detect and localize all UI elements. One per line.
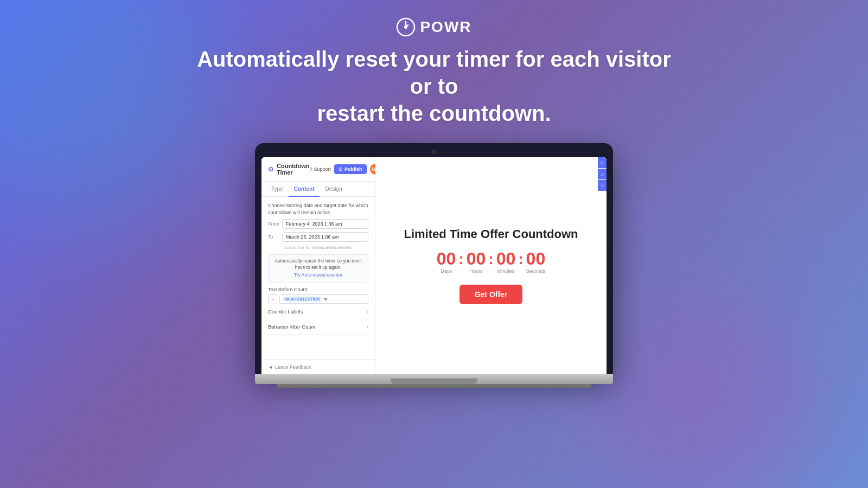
bg-blob-2 xyxy=(597,298,814,488)
support-button[interactable]: ? Support xyxy=(309,166,331,172)
feedback-icon: ◄ xyxy=(268,364,273,370)
logo: POWR xyxy=(396,17,471,37)
text-before-row: - NEW COLLECTION la xyxy=(268,294,368,304)
laptop-mockup: ⊙ Countdown Timer ? Support ⊙ Publish xyxy=(255,143,613,388)
timer-seconds: 00 Seconds xyxy=(526,250,546,274)
page-header: POWR Automatically reset your timer for … xyxy=(190,17,678,127)
laptop-bezel: ⊙ Countdown Timer ? Support ⊙ Publish xyxy=(255,143,613,374)
sidebar-btn-2[interactable]: □ xyxy=(598,169,607,179)
svg-point-1 xyxy=(404,25,407,29)
auto-repeat-link[interactable]: Try Auto-repeat counter xyxy=(273,272,363,279)
counter-labels-label: Counter Labels xyxy=(268,309,303,314)
app-screen: ⊙ Countdown Timer ? Support ⊙ Publish xyxy=(261,157,607,374)
laptop-foot xyxy=(277,384,591,388)
tab-type[interactable]: Type xyxy=(266,182,289,196)
days-label: Days xyxy=(441,268,452,274)
from-label: From xyxy=(268,221,280,227)
text-before-count-label: Text Before Count xyxy=(268,287,368,292)
colon-3: : xyxy=(516,252,525,267)
tab-content[interactable]: Content xyxy=(289,182,320,196)
days-value: 00 xyxy=(437,250,456,267)
chevron-right-icon-2: › xyxy=(367,324,368,330)
laptop: ⊙ Countdown Timer ? Support ⊙ Publish xyxy=(255,143,613,388)
date-section-label: Choose starting date and target date for… xyxy=(268,202,368,216)
to-date-input[interactable] xyxy=(282,232,368,242)
new-collection-tag: NEW COLLECTION xyxy=(283,297,322,301)
hours-value: 00 xyxy=(467,250,486,267)
counter-labels-row[interactable]: Counter Labels › xyxy=(268,304,368,319)
header-actions: ? Support ⊙ Publish GY xyxy=(309,164,380,175)
minutes-value: 00 xyxy=(496,250,516,267)
hours-label: Hours xyxy=(470,268,483,274)
app-header: ⊙ Countdown Timer ? Support ⊙ Publish xyxy=(261,157,375,182)
powr-icon xyxy=(396,17,416,37)
minutes-label: Minutes xyxy=(497,268,515,274)
main-headline: Automatically reset your timer for each … xyxy=(190,46,678,127)
publish-icon: ⊙ xyxy=(339,166,343,172)
from-date-input[interactable] xyxy=(282,219,368,229)
tab-design[interactable]: Design xyxy=(320,182,347,196)
from-date-row: From xyxy=(268,219,368,229)
behavior-after-count-label: Behavior After Count xyxy=(268,324,316,330)
to-date-row: To xyxy=(268,232,368,242)
behavior-after-count-row[interactable]: Behavior After Count › xyxy=(268,319,368,335)
sidebar-btn-3[interactable]: □ xyxy=(598,180,607,191)
right-panel: C □ □ Limited Time Offer Countdown 00 Da… xyxy=(375,157,607,374)
auto-repeat-desc: Automatically repeat the timer so you do… xyxy=(275,258,361,270)
bg-blob-1 xyxy=(0,0,217,217)
timer-hours: 00 Hours xyxy=(467,250,486,274)
right-sidebar: C □ □ xyxy=(598,157,607,191)
auto-repeat-section: Automatically repeat the timer so you do… xyxy=(268,254,368,282)
text-content-field[interactable]: NEW COLLECTION la xyxy=(279,294,368,304)
support-icon: ? xyxy=(309,166,312,172)
chevron-right-icon: › xyxy=(367,309,368,314)
text-dash: - xyxy=(268,294,277,304)
app-title: Countdown Timer xyxy=(277,163,309,176)
left-panel: ⊙ Countdown Timer ? Support ⊙ Publish xyxy=(261,157,375,374)
seconds-value: 00 xyxy=(526,250,546,267)
app-title-area: ⊙ Countdown Timer xyxy=(268,163,309,176)
seconds-label: Seconds xyxy=(526,268,545,274)
laptop-camera xyxy=(432,150,436,154)
feedback-label: Leave Feedback xyxy=(275,364,311,370)
logo-text: POWR xyxy=(420,18,471,36)
timer-display: 00 Days : 00 Hours : 00 Minutes xyxy=(437,250,545,274)
timezone-text: Local time for America/Montevideo xyxy=(268,245,368,250)
colon-2: : xyxy=(487,252,495,267)
countdown-icon: ⊙ xyxy=(268,165,273,173)
publish-button[interactable]: ⊙ Publish xyxy=(334,164,367,174)
tabs-bar: Type Content Design xyxy=(261,182,375,197)
timer-days: 00 Days xyxy=(437,250,456,274)
laptop-base xyxy=(255,374,613,384)
text-extra: la xyxy=(324,297,327,301)
sidebar-btn-1[interactable]: C xyxy=(598,157,607,168)
to-label: To xyxy=(268,234,280,240)
timer-minutes: 00 Minutes xyxy=(496,250,516,274)
colon-1: : xyxy=(457,252,465,267)
panel-content: Choose starting date and target date for… xyxy=(261,197,375,359)
get-offer-button[interactable]: Get Offer xyxy=(459,285,523,304)
preview-title: Limited Time Offer Countdown xyxy=(404,227,578,241)
leave-feedback[interactable]: ◄ Leave Feedback xyxy=(261,359,375,374)
